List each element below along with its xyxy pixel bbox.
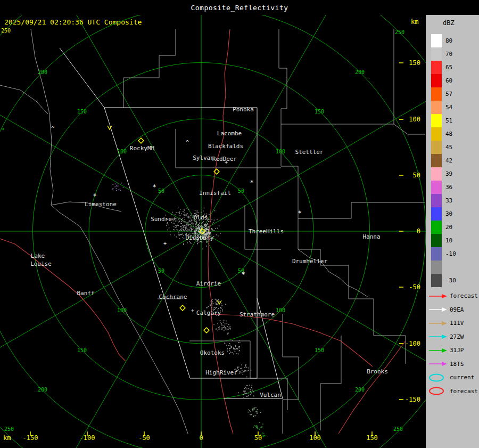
echo-dot	[201, 228, 202, 229]
echo-dot	[210, 232, 211, 233]
echo-dot	[183, 220, 184, 221]
echo-dot	[262, 433, 263, 434]
echo-dot	[232, 352, 233, 353]
ring-distance-label: 150	[315, 347, 324, 353]
colorbar-value: 57	[445, 91, 452, 97]
echo-dot	[238, 347, 240, 348]
echo-dot	[237, 370, 238, 371]
city-label: Banff	[77, 290, 94, 297]
echo-dot	[190, 227, 191, 229]
legend-item: current	[428, 371, 478, 385]
echo-dot	[195, 231, 196, 232]
legend-label: current	[450, 374, 474, 381]
echo-dot	[191, 223, 192, 224]
city-label: HighRiver	[205, 369, 237, 376]
echo-dot	[226, 345, 227, 346]
echo-dot	[180, 223, 181, 224]
legend-item: 09EA	[428, 303, 478, 317]
echo-dot	[178, 230, 179, 231]
echo-dot	[253, 396, 254, 397]
echo-dot	[195, 231, 196, 232]
echo-dot	[186, 223, 187, 224]
city-label: Blackfalds	[208, 143, 243, 150]
echo-dot	[209, 219, 210, 220]
echo-dot	[193, 228, 194, 229]
colorbar-row: 48	[431, 127, 456, 141]
echo-dot	[211, 300, 212, 301]
echo-dot	[209, 221, 210, 222]
colorbar-value: 54	[445, 104, 452, 111]
echo-dot	[208, 241, 209, 242]
echo-dot	[220, 233, 221, 234]
echo-dot	[199, 228, 200, 229]
echo-dot	[213, 324, 214, 325]
echo-dot	[193, 224, 194, 225]
axis-label-y: 100	[409, 116, 420, 123]
echo-dot	[245, 387, 246, 388]
ellipse-outline	[430, 388, 443, 395]
caret-marker-icon: ^	[186, 140, 189, 145]
city-label: Sundre	[151, 216, 172, 223]
echo-dot	[177, 225, 178, 226]
echo-dot	[203, 221, 204, 222]
echo-dot	[228, 333, 229, 334]
echo-dot	[230, 348, 231, 349]
echo-dot	[252, 390, 253, 391]
echo-dot	[225, 329, 226, 330]
echo-dot	[261, 427, 262, 428]
echo-dot	[123, 187, 124, 188]
asterisk-marker-icon: *	[152, 183, 156, 191]
echo-dot	[183, 244, 184, 245]
echo-dot	[237, 349, 238, 350]
window-titlebar[interactable]: Composite_Reflectivity	[0, 0, 479, 15]
echo-dot	[217, 219, 218, 220]
echo-dot	[198, 231, 199, 232]
echo-dot	[197, 212, 198, 213]
echo-dot	[239, 371, 240, 372]
radar-site-diamond-icon	[204, 328, 209, 333]
echo-dot	[216, 303, 217, 304]
echo-dot	[195, 213, 196, 214]
track-arrow-icon	[428, 292, 448, 300]
echo-dot	[180, 229, 181, 230]
echo-dot	[185, 228, 186, 229]
echo-dot	[184, 226, 185, 227]
echo-dot	[236, 353, 237, 354]
echo-dot	[191, 243, 192, 244]
echo-dot	[218, 327, 219, 328]
echo-dot	[263, 436, 264, 437]
echo-dot	[191, 230, 192, 231]
colorbar-value: 70	[445, 51, 452, 58]
colorbar-row: 33	[431, 194, 456, 207]
echo-dot	[248, 395, 249, 396]
echo-dot	[174, 219, 175, 220]
axis-unit-bottom-left: km	[3, 434, 11, 442]
echo-dot	[117, 186, 118, 188]
echo-dot	[3, 128, 4, 129]
echo-dot	[208, 306, 209, 307]
echo-dot	[224, 326, 225, 327]
colorbar-row	[431, 260, 456, 274]
echo-dot	[179, 234, 180, 235]
echo-dot	[195, 233, 196, 234]
echo-dot	[197, 230, 198, 231]
echo-dot	[253, 392, 254, 393]
colorbar-swatch	[431, 47, 442, 61]
echo-dot	[178, 232, 179, 233]
arrow-head	[442, 335, 447, 339]
ring-distance-label: 50	[158, 188, 164, 194]
ellipse-outline	[430, 374, 443, 381]
ring-distance-label: 50	[238, 188, 244, 194]
plus-marker-icon: +	[191, 308, 194, 314]
colorbar-value: 20	[445, 224, 452, 231]
echo-dot	[248, 368, 249, 369]
echo-dot	[201, 212, 202, 213]
colorbar-row: -30	[431, 274, 456, 287]
echo-dot	[239, 373, 240, 374]
echo-dot	[197, 228, 199, 229]
echo-dot	[243, 394, 244, 395]
echo-dot	[174, 230, 175, 231]
echo-dot	[175, 227, 176, 228]
echo-dot	[245, 366, 246, 368]
track-arrow-icon	[428, 332, 448, 341]
